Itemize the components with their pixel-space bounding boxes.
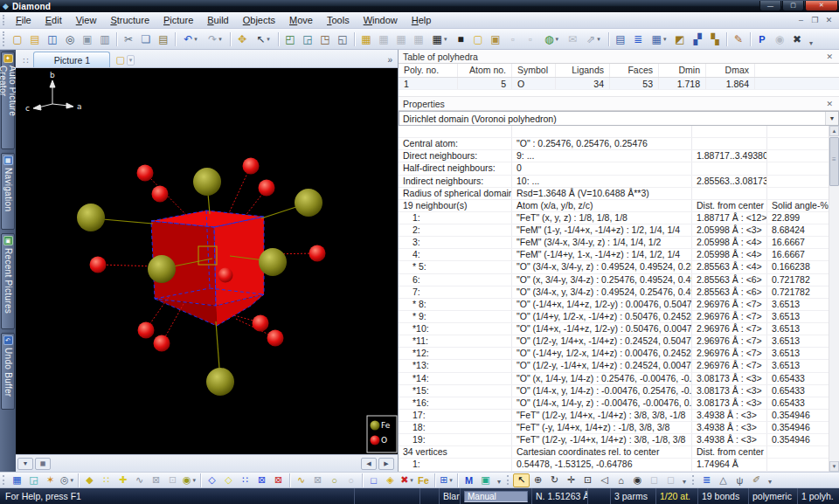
properties-row[interactable]: *15: "O" (1/4-x, y, 1/4-z) : -0.00476, 0…	[399, 385, 829, 397]
view-rotate-button[interactable]: ◳	[316, 31, 334, 47]
Structure[interactable]: Structure	[103, 13, 156, 27]
grid-menu-button[interactable]: ▦	[427, 31, 452, 47]
print-preview-button[interactable]: ▣	[79, 31, 96, 47]
wizard-button[interactable]: ✶	[42, 473, 59, 487]
Window[interactable]: Window	[357, 13, 405, 27]
mdi-minimize-button[interactable]: –	[795, 16, 807, 24]
fe-bond-button[interactable]: Fe	[415, 473, 432, 487]
properties-row[interactable]: *16: "O" (1/4-x, 1/4-y, z) : -0.00476, -…	[399, 397, 829, 410]
tab-picture-1[interactable]: Picture 1	[33, 52, 110, 67]
File[interactable]: File	[9, 13, 38, 27]
fly-tool-button[interactable]: ⌂	[613, 473, 629, 487]
properties-row[interactable]: 2: "FeM" (1-y, -1/4+x, -1/4+z) : 1/2, 1/…	[399, 224, 829, 237]
datasheet-toggle-icon[interactable]: ∷	[17, 56, 33, 67]
properties-row[interactable]: *14: "O" (x, 1/4-y, 1/4-z) : 0.25476, -0…	[399, 373, 829, 385]
paste-button[interactable]: ▤	[155, 31, 172, 47]
combo-dropdown-icon[interactable]: ▼	[825, 112, 838, 125]
translate-tool-button[interactable]: ✛	[563, 473, 579, 487]
lattice-x-red-button[interactable]: ⊠	[270, 473, 287, 487]
undo-button[interactable]: ↶	[178, 31, 203, 47]
render-screen-button[interactable]: ■	[452, 31, 469, 47]
fill-atoms-button[interactable]: ∷	[98, 473, 114, 487]
structure-3d-viewport[interactable]: b a c	[16, 68, 398, 454]
spin-up-button[interactable]: ▼	[17, 458, 33, 470]
packing-button[interactable]: ◉	[181, 473, 198, 487]
view-blank-button[interactable]: ◱	[334, 31, 351, 47]
new-picture-tab-button[interactable]: ▢ ▾	[115, 54, 135, 67]
connect-atoms-button[interactable]: ∿	[131, 473, 148, 487]
Help[interactable]: Help	[405, 13, 439, 27]
properties-row[interactable]: *10: "O" (1/4+x, -1/4+z, 1/2-y) : 0.5047…	[399, 323, 829, 335]
scrollbar-thumb[interactable]	[829, 137, 839, 186]
new-picture-button[interactable]: ▢	[469, 31, 487, 47]
table-torsions-button[interactable]: ▦	[410, 31, 427, 47]
mdi-restore-button[interactable]: ❐	[809, 16, 821, 24]
properties-row[interactable]: Central atom: "O" : 0.25476, 0.25476, 0.…	[399, 138, 829, 150]
fill-cell-button[interactable]: ◈	[382, 473, 399, 487]
close-button[interactable]: ✕	[805, 1, 838, 11]
picture-export-button[interactable]: ◲	[25, 473, 42, 487]
atoms-blue-button[interactable]: ∷	[237, 473, 253, 487]
hexagon-yellow-button[interactable]: ◇	[220, 473, 237, 487]
sidebar-tab-navigation[interactable]: ▦ Navigation	[1, 153, 15, 230]
Edit[interactable]: Edit	[38, 13, 69, 27]
save-file-button[interactable]: ◫	[44, 31, 61, 47]
picture-viewer-button[interactable]: ▦	[9, 473, 25, 487]
properties-row[interactable]: 6: "O" (x, 3/4-y, 3/4-z) : 0.25476, 0.49…	[399, 274, 829, 287]
scroll-down-icon[interactable]: ▼	[829, 461, 839, 472]
mdi-close-button[interactable]: ✕	[823, 16, 835, 24]
properties-row[interactable]: 1: "FeT" (x, y, z) : 1/8, 1/8, 1/8 1.887…	[399, 212, 829, 224]
build-diamond-button[interactable]: ◆	[81, 473, 98, 487]
camera-button[interactable]: ◉	[771, 31, 788, 47]
table-angles-button[interactable]: ▦	[375, 31, 392, 47]
properties-row[interactable]: 19 neighbour(s) Atom (x/a, y/b, z/c) Dis…	[399, 200, 829, 212]
pointer-tool-button[interactable]: ↖	[513, 473, 530, 487]
col-symbol[interactable]: Symbol	[512, 64, 556, 77]
properties-row[interactable]: *12: "O" (-1/4+y, 1/2-x, 1/4+z) : 0.0047…	[399, 348, 829, 360]
Picture[interactable]: Picture	[156, 13, 200, 27]
status-manual-mode[interactable]: Manual	[460, 488, 531, 504]
layout-horizontal-button[interactable]: ▤	[612, 31, 629, 47]
picture-pane-button[interactable]: ⊞	[438, 473, 454, 487]
properties-row[interactable]: 7: "O" (3/4-x, y, 3/4-z) : 0.49524, 0.25…	[399, 287, 829, 299]
col-dmin[interactable]: Dmin	[659, 64, 706, 77]
sidebar-tab-auto-picture-creator[interactable]: ✦ Auto Picture Creator	[1, 52, 15, 149]
open-file-button[interactable]: ▤	[26, 31, 44, 47]
measure-distance-button[interactable]: ≣	[698, 473, 715, 487]
properties-row[interactable]: Direct neighbours: 9: ... 1.88717..3.493…	[399, 150, 829, 162]
View[interactable]: View	[69, 13, 104, 27]
properties-row[interactable]: Indirect neighbours: 10: ... 2.85563..3.…	[399, 176, 829, 188]
tools-options-button[interactable]: ✖	[788, 31, 806, 47]
col-ligands[interactable]: Ligands	[556, 64, 610, 77]
measure-torsion-button[interactable]: ψ	[732, 473, 748, 487]
new-file-button[interactable]: ▢	[9, 31, 26, 47]
shift-tool-button[interactable]: ⊕	[530, 473, 546, 487]
copy-button[interactable]: ❏	[137, 31, 155, 47]
properties-row[interactable]: * 9: "O" (1/4+y, 1/2-x, -1/4+z) : 0.5047…	[399, 311, 829, 323]
layout-disabled-button[interactable]: ▫	[504, 31, 522, 47]
powder-pattern-button[interactable]: P	[753, 31, 771, 47]
view-picture-button[interactable]: ◲	[299, 31, 316, 47]
cell-box-button[interactable]: □	[365, 473, 382, 487]
col-faces[interactable]: Faces	[610, 64, 659, 77]
properties-row[interactable]: * 5: "O" (3/4-x, 3/4-y, z) : 0.49524, 0.…	[399, 261, 829, 273]
lattice-x-blue-button[interactable]: ⊠	[253, 473, 270, 487]
tab-scroll-left-button[interactable]: ◀	[361, 458, 377, 470]
properties-row[interactable]: 19: "FeT" (1/2-y, -1/4+x, 1/4+z) : 3/8, …	[399, 434, 829, 446]
properties-row[interactable]: Half-direct neighbours: 0	[399, 162, 829, 175]
brush-cleanup-button[interactable]: ✎	[730, 31, 747, 47]
lock-disabled-button[interactable]: ▫	[522, 31, 539, 47]
toolbar-overflow[interactable]: ▾	[809, 39, 813, 49]
redo-button[interactable]: ↷	[203, 31, 227, 47]
toolbar-overflow[interactable]: ▾	[497, 478, 501, 487]
scroll-up-icon[interactable]: ▲	[829, 126, 839, 136]
properties-row[interactable]: 18: "FeT" (-y, 1/4+x, 1/4+z) : -1/8, 3/8…	[399, 422, 829, 434]
screen-view-button[interactable]: ▣	[477, 473, 494, 487]
col-dmax[interactable]: Dmax	[706, 64, 755, 77]
pan-hand-button[interactable]: ✥	[233, 31, 251, 47]
cell-edges-button[interactable]: ⊠	[148, 473, 164, 487]
tab-scroll-right-button[interactable]: ▶	[378, 458, 394, 470]
properties-row[interactable]	[399, 126, 829, 138]
preview-zoom-button[interactable]: ◎	[59, 473, 75, 487]
measure-rubber-button[interactable]: ✐	[748, 473, 765, 487]
